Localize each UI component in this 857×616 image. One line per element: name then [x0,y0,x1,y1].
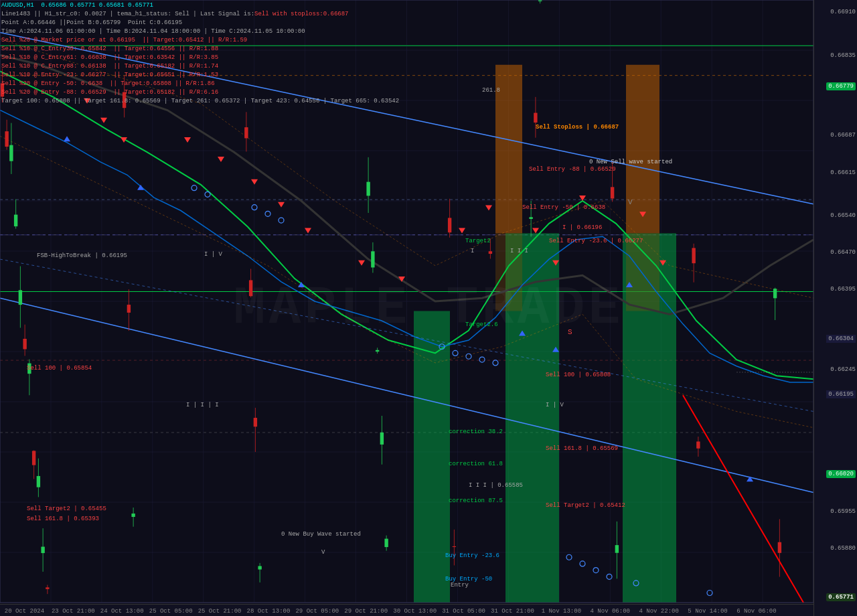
price-66687: 0.66687 [830,132,856,139]
price-66615: 0.66615 [830,169,856,176]
time-label-4: 25 Oct 21:00 [198,608,242,615]
chart-container: MAPLE TRADE AUDUSD,H1 0.65686 0.65771 0.… [0,0,857,616]
price-66540: 0.66540 [830,212,856,219]
time-label-12: 4 Nov 06:00 [591,608,630,615]
price-current: 0.65771 [826,593,856,601]
time-label-15: 6 Nov 06:00 [736,608,776,615]
price-66020: 0.66020 [826,470,856,478]
time-label-10: 31 Oct 21:00 [491,608,534,615]
time-label-6: 29 Oct 05:00 [295,608,339,615]
price-66835: 0.66835 [830,52,856,59]
time-label-8: 30 Oct 13:00 [393,608,437,615]
price-66779: 0.66779 [826,82,856,90]
price-66910: 0.66910 [830,9,856,15]
time-label-2: 24 Oct 13:00 [100,608,144,615]
price-axis: 0.66910 0.66835 0.66779 0.66687 0.66615 … [813,0,857,616]
price-66304: 0.66304 [826,335,856,343]
time-label-1: 23 Oct 21:00 [52,608,95,615]
price-66470: 0.66470 [830,249,856,256]
price-66195: 0.66195 [826,390,856,398]
time-label-3: 25 Oct 05:00 [149,608,193,615]
price-65880: 0.65880 [830,545,856,552]
time-label-5: 28 Oct 13:00 [247,608,291,615]
time-label-14: 5 Nov 14:00 [688,608,727,615]
time-axis: 20 Oct 2024 23 Oct 21:00 24 Oct 13:00 25… [0,604,813,616]
time-label-11: 1 Nov 13:00 [542,608,581,615]
time-label-13: 4 Nov 22:00 [639,608,678,615]
time-label-7: 29 Oct 21:00 [344,608,388,615]
time-label-0: 20 Oct 2024 [5,608,44,615]
price-66395: 0.66395 [830,286,856,293]
watermark: MAPLE TRADE [233,278,623,339]
time-label-9: 31 Oct 05:00 [442,608,485,615]
price-66245: 0.66245 [830,366,856,373]
price-65955: 0.65955 [830,508,856,515]
